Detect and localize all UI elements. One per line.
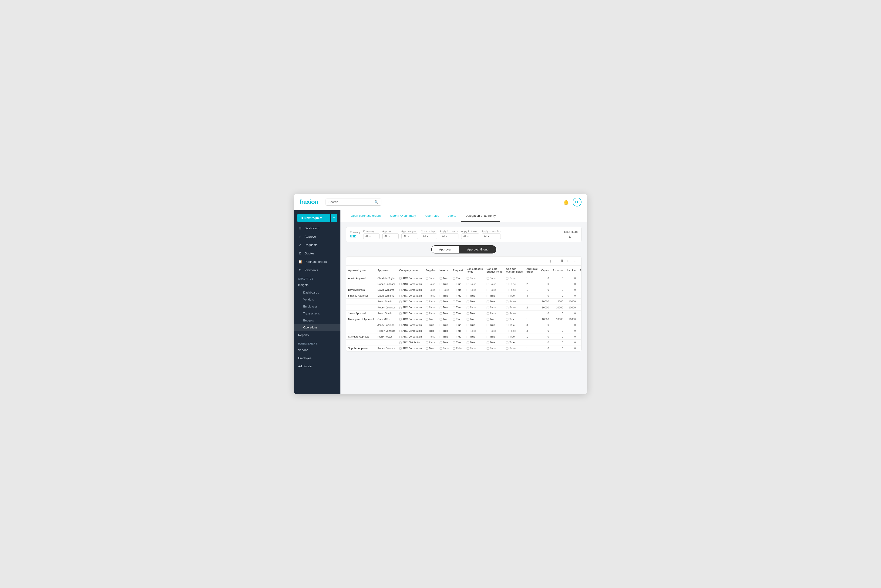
company-select[interactable]: All ▾: [363, 234, 379, 239]
sidebar-item-reports[interactable]: Reports: [294, 331, 340, 339]
sort-asc-button[interactable]: ↑: [549, 259, 553, 264]
sort-desc-button[interactable]: ↓: [554, 259, 558, 264]
approval-group-select[interactable]: All ▾: [402, 234, 418, 239]
tab-alerts[interactable]: Alerts: [444, 210, 461, 222]
sidebar-item-vendors[interactable]: Vendors: [294, 296, 340, 303]
table-row[interactable]: Finance ApprovalDavid WilliamsABC Corpor…: [346, 293, 581, 298]
sidebar-item-vendor[interactable]: Vendor: [294, 346, 340, 354]
filter-apply-to-request[interactable]: Apply to request All ▾: [440, 230, 458, 239]
table-row[interactable]: Management ApprovalGary MillerABC Corpor…: [346, 316, 581, 322]
main-layout: ⊕ New request ▾ ⊞ Dashboard ✓ Approve ↗ …: [294, 210, 587, 394]
sidebar-item-quotes[interactable]: 🗒 Quotes: [294, 249, 340, 258]
sidebar-item-employee[interactable]: Employee: [294, 354, 340, 362]
sidebar-item-dashboards[interactable]: Dashboards: [294, 289, 340, 296]
table-cell: True: [504, 293, 524, 298]
sidebar-item-administer[interactable]: Administer: [294, 362, 340, 370]
table-cell: True: [451, 287, 465, 293]
new-request-button[interactable]: ⊕ New request: [297, 214, 330, 222]
notification-bell-button[interactable]: 🔔: [563, 199, 569, 205]
sidebar-item-transactions[interactable]: Transactions: [294, 310, 340, 317]
dashboard-icon: ⊞: [298, 226, 302, 230]
filter-approver[interactable]: Approver All ▾: [382, 230, 399, 239]
cell-checkbox-icon: [467, 318, 469, 321]
sidebar-item-dashboard[interactable]: ⊞ Dashboard: [294, 224, 340, 232]
sort-both-button[interactable]: ⇅: [560, 258, 565, 264]
filter-apply-to-invoice[interactable]: Apply to invoice All ▾: [461, 230, 479, 239]
apply-to-invoice-select[interactable]: All ▾: [461, 234, 479, 239]
cell-checkbox-icon: [487, 336, 489, 338]
apply-to-request-select[interactable]: All ▾: [440, 234, 458, 239]
apply-to-supplier-label: Apply to supplier: [482, 230, 501, 232]
table-cell: David Williams: [376, 293, 397, 298]
table-section: Currency USD Company All ▾ Approver All: [340, 222, 587, 394]
column-settings-button[interactable]: ⊡: [566, 258, 571, 264]
approval-group-toggle-button[interactable]: Approval Group: [459, 245, 496, 254]
more-options-button[interactable]: ⋯: [573, 258, 578, 264]
table-row[interactable]: Jenny JacksonABC CorporationTrueTrueTrue…: [346, 322, 581, 328]
table-toolbar: ↑ ↓ ⇅ ⊡ ⋯: [346, 256, 581, 266]
table-cell: False: [504, 287, 524, 293]
filter-request-type[interactable]: Request type All ▾: [421, 230, 437, 239]
sidebar-item-insights[interactable]: Insights: [294, 281, 340, 289]
new-request-dropdown-button[interactable]: ▾: [331, 214, 337, 222]
table-cell: Gary Miller: [376, 316, 397, 322]
table-cell: 0: [578, 322, 581, 328]
table-row[interactable]: Robert JohnsonABC CorporationTrueTrueTru…: [346, 328, 581, 334]
request-type-select[interactable]: All ▾: [421, 234, 437, 239]
table-row[interactable]: Supplier ApprovalRobert JohnsonABC Corpo…: [346, 345, 581, 351]
tab-open-po-summary[interactable]: Open PO summary: [385, 210, 421, 222]
table-row[interactable]: Robert JohnsonABC CorporationFalseTrueTr…: [346, 304, 581, 310]
filter-company[interactable]: Company All ▾: [363, 230, 379, 239]
sidebar-item-employees[interactable]: Employees: [294, 303, 340, 310]
table-cell: 10000: [539, 304, 551, 310]
table-cell: False: [424, 275, 438, 281]
table-cell: 0: [539, 275, 551, 281]
table-cell: False: [465, 328, 485, 334]
table-cell: Jason Smith: [376, 298, 397, 304]
table-cell: ABC Corporation: [397, 293, 424, 298]
table-row[interactable]: Jason ApprovalJason SmithABC Corporation…: [346, 310, 581, 316]
sidebar-item-requests[interactable]: ↗ Requests: [294, 241, 340, 249]
cell-checkbox-icon: [453, 342, 455, 344]
tab-user-roles[interactable]: User roles: [421, 210, 444, 222]
table-cell: ABC Corporation: [397, 275, 424, 281]
approver-toggle-button[interactable]: Approver: [431, 245, 459, 254]
sidebar-item-payments[interactable]: ⊙ Payments: [294, 266, 340, 274]
table-cell: Finance Approval: [346, 293, 376, 298]
table-row[interactable]: David ApprovalDavid WilliamsABC Corporat…: [346, 287, 581, 293]
user-avatar-button[interactable]: FF: [573, 198, 581, 207]
cell-checkbox-icon: [467, 342, 469, 344]
table-row[interactable]: Standard ApprovalFrank FosterABC Corpora…: [346, 334, 581, 339]
approver-select[interactable]: All ▾: [382, 234, 399, 239]
reset-filters-button[interactable]: Reset filters ⚙: [563, 230, 578, 238]
table-cell: 1: [524, 345, 539, 351]
apply-to-supplier-select[interactable]: All ▾: [482, 234, 501, 239]
search-box[interactable]: 🔍: [325, 198, 381, 206]
filter-apply-to-supplier[interactable]: Apply to supplier All ▾: [482, 230, 501, 239]
search-input[interactable]: [328, 200, 373, 204]
table-cell: 10000: [578, 304, 581, 310]
table-cell: 0: [565, 345, 578, 351]
table-cell: True: [438, 310, 451, 316]
sidebar-item-approve[interactable]: ✓ Approve: [294, 232, 340, 241]
col-expense: Expense: [551, 266, 565, 275]
filter-approval-group[interactable]: Approval gro... All ▾: [402, 230, 418, 239]
table-cell: 0: [578, 340, 581, 345]
sidebar-item-budgets[interactable]: Budgets: [294, 317, 340, 324]
table-cell: Standard Approval: [346, 334, 376, 339]
cell-checkbox-icon: [426, 312, 428, 315]
content-area: Open purchase orders Open PO summary Use…: [340, 210, 587, 394]
table-cell: True: [451, 293, 465, 298]
table-row[interactable]: Jason SmithABC CorporationFalseTrueTrueT…: [346, 298, 581, 304]
tab-delegation-of-authority[interactable]: Delegation of authority: [461, 210, 500, 222]
sidebar-item-operations[interactable]: Operations: [294, 324, 340, 331]
table-row[interactable]: Robert JohnsonABC CorporationFalseTrueTr…: [346, 281, 581, 287]
sidebar-item-purchase-orders[interactable]: 📋 Purchase orders: [294, 258, 340, 266]
table-row[interactable]: Admin ApprovalCharlotte TaylorABC Corpor…: [346, 275, 581, 281]
table-cell: 0: [578, 275, 581, 281]
table-cell: 10000: [565, 304, 578, 310]
table-row[interactable]: ABC DistributionFalseTrueTrueTrueTrueTru…: [346, 340, 581, 345]
cell-checkbox-icon: [440, 283, 442, 285]
filter-currency: Currency USD: [350, 231, 360, 238]
tab-open-purchase-orders[interactable]: Open purchase orders: [346, 210, 385, 222]
